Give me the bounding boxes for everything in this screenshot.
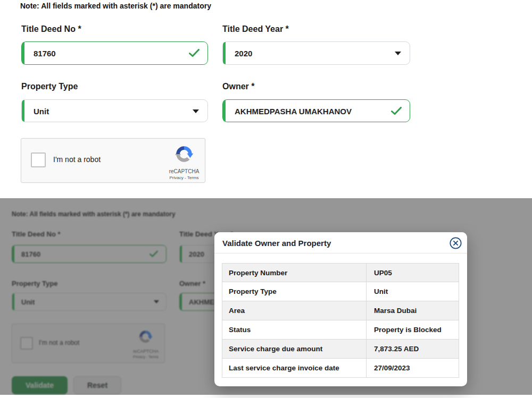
chevron-down-icon xyxy=(395,52,401,55)
recaptcha-icon xyxy=(174,144,194,164)
table-row: Last service charge invoice date 27/09/2… xyxy=(222,359,459,378)
owner-input[interactable]: AKHMEDPASHA UMAKHANOV xyxy=(222,99,410,122)
owner-label: Owner * xyxy=(222,82,254,91)
recaptcha-checkbox[interactable] xyxy=(31,153,46,167)
title-deed-year-value: 2020 xyxy=(235,49,252,58)
field-accent-bar xyxy=(22,42,24,64)
table-row: Property Type Unit xyxy=(222,282,459,301)
field-accent-bar xyxy=(223,100,226,122)
title-deed-no-value: 81760 xyxy=(34,49,56,58)
recaptcha-label: I'm not a robot xyxy=(53,155,101,164)
mandatory-note: Note: All fields marked with asterisk (*… xyxy=(20,2,211,10)
owner-value: AKHMEDPASHA UMAKHANOV xyxy=(235,106,352,115)
recaptcha-brand: reCAPTCHA xyxy=(164,168,204,174)
title-deed-no-input[interactable]: 81760 xyxy=(21,41,208,65)
table-row: Status Property is Blocked xyxy=(222,320,459,340)
valid-check-icon xyxy=(391,107,402,115)
recaptcha-widget: I'm not a robot reCAPTCHA Privacy - Term… xyxy=(21,138,205,183)
table-row: Property Number UP05 xyxy=(222,263,459,282)
chevron-down-icon xyxy=(193,109,199,113)
title-deed-no-label: Title Deed No * xyxy=(21,24,81,34)
property-type-label: Property Type xyxy=(21,82,78,91)
table-row: Area Marsa Dubai xyxy=(222,301,459,320)
property-details-table: Property Number UP05 Property Type Unit … xyxy=(222,263,459,378)
modal-title: Validate Owner and Property xyxy=(222,239,331,248)
modal-header: Validate Owner and Property xyxy=(214,232,467,253)
title-deed-year-label: Title Deed Year * xyxy=(222,24,289,34)
property-type-select[interactable]: Unit xyxy=(21,99,208,122)
valid-check-icon xyxy=(189,49,200,57)
property-type-value: Unit xyxy=(34,106,49,115)
table-row: Service charge due amount 7,873.25 AED xyxy=(222,340,459,359)
close-icon[interactable] xyxy=(450,237,462,249)
field-accent-bar xyxy=(223,42,226,64)
dimmed-form-section: Note: All fields marked with asterisk (*… xyxy=(0,198,532,395)
recaptcha-privacy-terms[interactable]: Privacy - Terms xyxy=(164,175,204,180)
title-deed-year-select[interactable]: 2020 xyxy=(222,41,410,65)
field-accent-bar xyxy=(22,100,24,122)
validate-modal: Validate Owner and Property Property Num… xyxy=(214,232,467,386)
